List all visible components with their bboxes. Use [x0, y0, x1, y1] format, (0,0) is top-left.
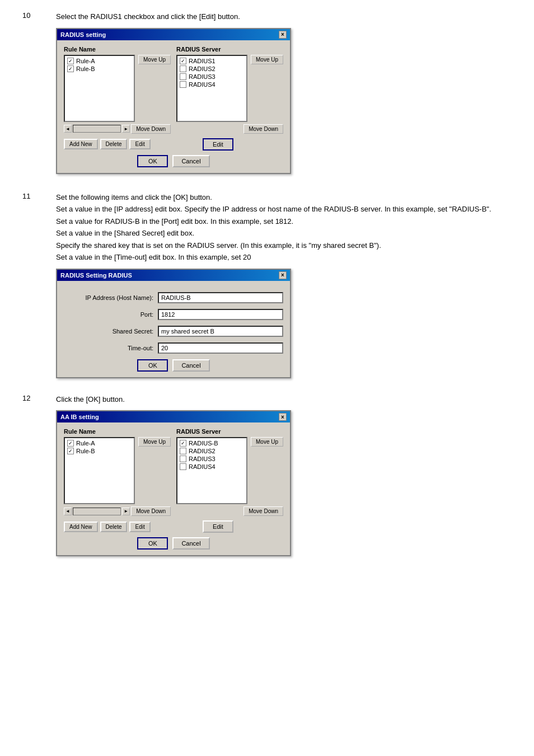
step-12-text: Click the [OK] button. [56, 394, 512, 405]
shared-secret-label: Shared Secret: [64, 328, 153, 335]
titlebar-3-label: AA IB setting [60, 414, 99, 420]
step-10: 10 Select the RADIUS1 checkbox and click… [22, 11, 512, 176]
add-new-button-3[interactable]: Add New [64, 522, 98, 532]
step-number-11: 11 [22, 192, 56, 200]
move-up-right-1[interactable]: Move Up [251, 55, 283, 64]
list-item[interactable]: RADIUS2 [179, 447, 245, 455]
list-item[interactable]: RADIUS-B [179, 439, 245, 447]
radius2-label-1: RADIUS2 [189, 65, 216, 72]
edit-button-3[interactable]: Edit [129, 522, 150, 532]
list-item[interactable]: Rule-A [66, 439, 133, 447]
list-item[interactable]: RADIUS3 [179, 73, 245, 81]
checkbox-radius4-1[interactable] [180, 81, 186, 88]
checkbox-radiusb-3[interactable] [180, 440, 186, 447]
step-12: 12 Click the [OK] button. AA IB setting … [22, 394, 512, 559]
dialog-radius-setting-1: RADIUS setting × Rule Name Rule-A [56, 28, 291, 174]
list-item[interactable]: Rule-B [66, 65, 133, 73]
rule-name-listbox-3[interactable]: Rule-A Rule-B [64, 437, 135, 504]
scroll-track-left-1[interactable] [73, 125, 121, 133]
ok-button-3[interactable]: OK [137, 537, 168, 550]
close-button-3[interactable]: × [279, 413, 287, 421]
add-new-button-1[interactable]: Add New [64, 139, 98, 149]
move-down-left-1[interactable]: Move Down [131, 124, 171, 134]
close-button-2[interactable]: × [279, 271, 287, 279]
cancel-button-3[interactable]: Cancel [172, 537, 209, 550]
port-input[interactable] [158, 309, 283, 320]
left-col-1: Rule Name Rule-A Rule-B [64, 46, 171, 134]
timeout-label: Time-out: [64, 345, 153, 351]
shared-secret-input[interactable] [158, 326, 283, 337]
step-10-instruction: Select the RADIUS1 checkbox and click th… [56, 12, 240, 21]
left-scrollbar-1: ◄ ► Move Down [64, 124, 171, 134]
move-up-left-3[interactable]: Move Up [138, 437, 171, 447]
move-up-right-3[interactable]: Move Up [251, 437, 283, 447]
rule-name-listbox-1[interactable]: Rule-A Rule-B [64, 55, 135, 122]
checkbox-rule-a-1[interactable] [67, 58, 74, 64]
move-up-left-1[interactable]: Move Up [138, 55, 171, 64]
cancel-button-1[interactable]: Cancel [172, 155, 209, 167]
ip-address-input[interactable] [158, 292, 283, 303]
step-number-10: 10 [22, 11, 56, 20]
step-11-line-4: Set a value in the [Shared Secret] edit … [56, 228, 512, 239]
radius-server-listbox-1[interactable]: RADIUS1 RADIUS2 RADIUS3 [176, 55, 247, 122]
left-scrollbar-3: ◄ ► Move Down [64, 506, 171, 516]
timeout-input[interactable] [158, 342, 283, 354]
list-item[interactable]: Rule-A [66, 57, 133, 65]
scroll-right-1[interactable]: ► [122, 125, 130, 133]
move-down-right-1[interactable]: Move Down [243, 124, 283, 134]
edit-right-button-3[interactable]: Edit [203, 520, 233, 533]
dialog-2-body: IP Address (Host Name): Port: Shared Sec… [57, 281, 290, 377]
checkbox-rule-a-3[interactable] [67, 440, 74, 447]
checkbox-radius4-3[interactable] [180, 463, 186, 470]
left-col-header-1: Rule Name [64, 46, 171, 53]
delete-button-1[interactable]: Delete [100, 139, 128, 149]
radius2-label-3: RADIUS2 [189, 448, 216, 454]
radius1-label-1: RADIUS1 [189, 58, 216, 64]
scroll-track-left-3[interactable] [73, 508, 121, 515]
left-col-3: Rule Name Rule-A Rule-B [64, 428, 171, 516]
scroll-right-3[interactable]: ► [122, 508, 130, 515]
list-item[interactable]: RADIUS1 [179, 57, 245, 65]
checkbox-rule-b-1[interactable] [67, 65, 74, 72]
right-col-3: RADIUS Server RADIUS-B RADIUS2 [176, 428, 283, 516]
checkbox-radius2-1[interactable] [180, 65, 186, 72]
ip-address-label: IP Address (Host Name): [64, 294, 153, 301]
port-row: Port: [64, 309, 283, 320]
checkbox-radius1-1[interactable] [180, 58, 186, 64]
port-label: Port: [64, 311, 153, 318]
checkbox-radius3-3[interactable] [180, 456, 186, 462]
scroll-left-3[interactable]: ◄ [64, 508, 72, 515]
move-down-right-3[interactable]: Move Down [243, 506, 283, 516]
radius-server-listbox-3[interactable]: RADIUS-B RADIUS2 RADIUS3 [176, 437, 247, 504]
checkbox-radius2-3[interactable] [180, 448, 186, 454]
edit-button-1[interactable]: Edit [129, 139, 150, 149]
dialog-radius-setting-3: AA IB setting × Rule Name Rule-A [56, 410, 291, 556]
radius3-label-3: RADIUS3 [189, 456, 216, 462]
list-item[interactable]: Rule-B [66, 447, 133, 455]
close-button-1[interactable]: × [279, 31, 287, 39]
right-col-header-1: RADIUS Server [176, 46, 283, 53]
rule-a-label-1: Rule-A [76, 58, 95, 64]
dialog-3-ok-cancel: OK Cancel [64, 537, 283, 550]
ok-button-1[interactable]: OK [137, 155, 168, 167]
list-item[interactable]: RADIUS2 [179, 65, 245, 73]
edit-right-button-1[interactable]: Edit [203, 138, 233, 151]
cancel-button-2[interactable]: Cancel [172, 359, 209, 372]
dialog-3-body: Rule Name Rule-A Rule-B [57, 422, 290, 555]
step-12-instruction: Click the [OK] button. [56, 395, 125, 403]
ok-button-2[interactable]: OK [137, 359, 168, 372]
radius4-label-1: RADIUS4 [189, 81, 216, 88]
checkbox-radius3-1[interactable] [180, 73, 186, 80]
step-11-line-3: Set a value for RADIUS-B in the [Port] e… [56, 216, 512, 227]
checkbox-rule-b-3[interactable] [67, 448, 74, 454]
dialog-3-columns: Rule Name Rule-A Rule-B [64, 428, 283, 516]
list-item[interactable]: RADIUS3 [179, 455, 245, 463]
scroll-left-1[interactable]: ◄ [64, 125, 72, 133]
bottom-action-row-3: Add New Delete Edit Edit [64, 520, 283, 533]
delete-button-3[interactable]: Delete [100, 522, 128, 532]
right-col-header-3: RADIUS Server [176, 428, 283, 435]
titlebar-3: AA IB setting × [57, 411, 290, 422]
list-item[interactable]: RADIUS4 [179, 81, 245, 88]
move-down-left-3[interactable]: Move Down [131, 506, 171, 516]
list-item[interactable]: RADIUS4 [179, 463, 245, 471]
